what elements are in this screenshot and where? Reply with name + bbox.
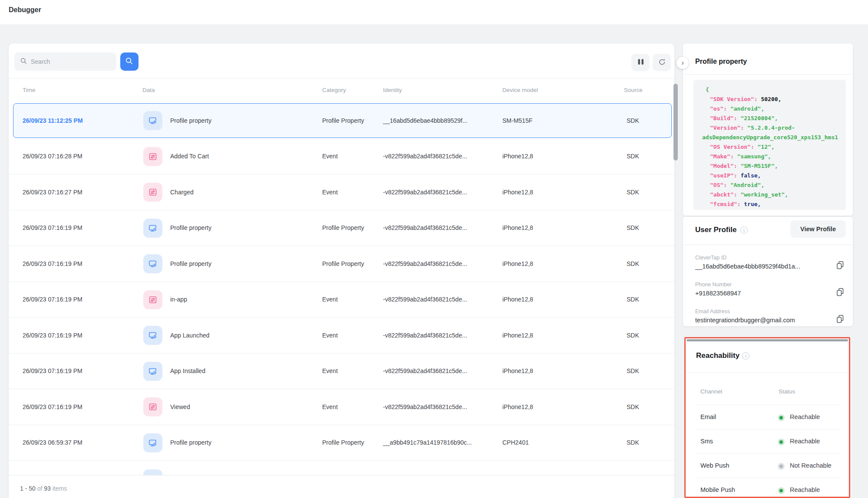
event-icon bbox=[143, 290, 162, 309]
row-identity: __a9bb491c79a14197816b90c... bbox=[383, 439, 472, 446]
row-time: 26/09/23 07:16:19 PM bbox=[23, 260, 83, 267]
json-line: true, bbox=[744, 201, 761, 207]
copy-icon bbox=[835, 292, 845, 298]
row-source: SDK bbox=[627, 117, 639, 124]
column-header-source: Source bbox=[624, 87, 643, 93]
row-category: Event bbox=[322, 296, 338, 303]
table-row[interactable]: 26/09/23 07:16:19 PM Viewed Event -v822f… bbox=[9, 389, 674, 425]
row-time: 26/09/23 07:16:19 PM bbox=[23, 332, 83, 339]
email-address-value: testintegrationdrbugger@gmail.com bbox=[695, 317, 795, 324]
reachable-status-dot bbox=[778, 414, 785, 421]
status-text: Reachable bbox=[790, 486, 820, 493]
table-row[interactable]: 26/09/23 07:16:27 PM Charged Event -v822… bbox=[9, 174, 674, 210]
table-row[interactable]: 26/09/23 07:16:19 PM Profile property Pr… bbox=[9, 210, 674, 246]
clevertap-id-label: CleverTap ID bbox=[695, 255, 726, 261]
profile-property-icon bbox=[143, 111, 162, 130]
search-icon bbox=[20, 57, 27, 66]
detail-panel-header: › Profile property bbox=[683, 43, 853, 75]
collapse-panel-button[interactable]: › bbox=[677, 57, 689, 69]
event-icon bbox=[143, 397, 162, 416]
row-source: SDK bbox=[627, 296, 639, 303]
copy-icon bbox=[835, 318, 845, 325]
row-data-name: Profile property bbox=[170, 439, 211, 446]
row-data-name: in-app bbox=[170, 296, 187, 303]
row-category: Event bbox=[322, 153, 338, 160]
table-toolbar bbox=[9, 43, 674, 79]
pause-button[interactable] bbox=[631, 54, 650, 71]
json-line: { bbox=[706, 86, 709, 93]
search-submit-button[interactable] bbox=[120, 52, 139, 71]
search-field[interactable] bbox=[14, 52, 116, 71]
row-time: 26/09/23 07:16:19 PM bbox=[23, 367, 83, 374]
event-detail-panel: › Profile property { "SDK Version"50200,… bbox=[683, 43, 853, 216]
channel-name: Mobile Push bbox=[700, 486, 735, 493]
horizontal-scrollbar[interactable] bbox=[686, 339, 848, 341]
copy-email-button[interactable] bbox=[835, 314, 845, 324]
row-source: SDK bbox=[627, 153, 639, 160]
json-line: "21520004", bbox=[740, 115, 778, 121]
row-data-name: Profile property bbox=[170, 224, 211, 231]
row-category: Event bbox=[322, 189, 338, 196]
search-input[interactable] bbox=[31, 58, 109, 65]
row-category: Profile Property bbox=[322, 117, 364, 124]
copy-clevertap-id-button[interactable] bbox=[835, 260, 845, 270]
row-category: Event bbox=[322, 403, 338, 410]
table-row-partial[interactable] bbox=[9, 461, 674, 475]
row-time: 26/09/23 11:12:25 PM bbox=[23, 117, 83, 124]
row-data-name: Viewed bbox=[170, 403, 190, 410]
row-device-model: iPhone12,8 bbox=[502, 260, 533, 267]
row-device-model: iPhone12,8 bbox=[502, 332, 533, 339]
json-line: 50200, bbox=[761, 96, 781, 102]
json-line: "5.2.0.4-prod- bbox=[747, 124, 795, 131]
table-row[interactable]: 26/09/23 11:12:25 PM Profile property Pr… bbox=[9, 103, 674, 139]
status-column-header: Status bbox=[779, 388, 795, 395]
view-profile-button[interactable]: View Profile bbox=[790, 220, 846, 238]
row-device-model: iPhone12,8 bbox=[502, 403, 533, 410]
row-source: SDK bbox=[627, 189, 639, 196]
row-source: SDK bbox=[627, 224, 639, 231]
refresh-icon bbox=[658, 58, 666, 67]
copy-phone-number-button[interactable] bbox=[835, 287, 845, 297]
column-header-time: Time bbox=[23, 87, 36, 93]
row-time: 26/09/23 07:16:19 PM bbox=[23, 224, 83, 231]
row-category: Event bbox=[322, 332, 338, 339]
row-data-name: Profile property bbox=[170, 260, 211, 267]
row-identity: -v822f599ab2ad4f36821c5de... bbox=[383, 260, 467, 267]
vertical-scrollbar[interactable] bbox=[673, 84, 678, 161]
divider bbox=[686, 372, 849, 373]
row-data-name: Charged bbox=[170, 189, 194, 196]
user-profile-panel: User Profile i View Profile CleverTap ID… bbox=[683, 217, 853, 326]
json-line: false, bbox=[740, 172, 761, 179]
json-line: adsDependencyUpgrade_core520_xps153_hms1 bbox=[702, 134, 838, 141]
top-header: Debugger bbox=[0, 0, 868, 24]
event-json-viewer[interactable]: { "SDK Version"50200, "os""android", "Bu… bbox=[693, 80, 846, 210]
row-device-model: iPhone12,8 bbox=[502, 296, 533, 303]
reachability-title: Reachability bbox=[696, 351, 739, 360]
refresh-button[interactable] bbox=[653, 54, 671, 71]
chevron-right-icon: › bbox=[681, 59, 684, 67]
channel-name: Email bbox=[700, 413, 716, 420]
table-row[interactable]: 26/09/23 07:16:19 PM App Installed Event… bbox=[9, 354, 674, 390]
page-title: Debugger bbox=[9, 6, 41, 14]
table-row[interactable]: 26/09/23 06:59:37 PM Profile property Pr… bbox=[9, 425, 674, 461]
table-row[interactable]: 26/09/23 07:16:19 PM App Launched Event … bbox=[9, 318, 674, 354]
json-line: "working_set", bbox=[740, 191, 788, 198]
event-icon bbox=[143, 147, 162, 166]
table-body: 26/09/23 11:12:25 PM Profile property Pr… bbox=[9, 103, 674, 475]
reachable-status-dot bbox=[778, 487, 785, 494]
row-identity: -v822f599ab2ad4f36821c5de... bbox=[383, 189, 467, 196]
row-time: 26/09/23 07:16:19 PM bbox=[23, 296, 83, 303]
row-identity: -v822f599ab2ad4f36821c5de... bbox=[383, 332, 467, 339]
column-header-identity: Identity bbox=[383, 87, 402, 93]
row-data-name: App Launched bbox=[170, 332, 209, 339]
row-data-name: Profile property bbox=[170, 117, 211, 124]
table-row[interactable]: 26/09/23 07:16:28 PM Added To Cart Event… bbox=[9, 139, 674, 175]
table-row[interactable]: 26/09/23 07:16:19 PM in-app Event -v822f… bbox=[9, 282, 674, 318]
info-icon[interactable]: i bbox=[742, 352, 749, 360]
table-row[interactable]: 26/09/23 07:16:19 PM Profile property Pr… bbox=[9, 246, 674, 282]
clevertap-id-value: __16abd5d6ebae4bbb89529f4bd1a... bbox=[695, 263, 800, 270]
items-total: 93 bbox=[44, 485, 51, 492]
divider bbox=[683, 245, 853, 245]
info-icon[interactable]: i bbox=[740, 226, 748, 234]
column-header-data: Data bbox=[142, 87, 155, 93]
